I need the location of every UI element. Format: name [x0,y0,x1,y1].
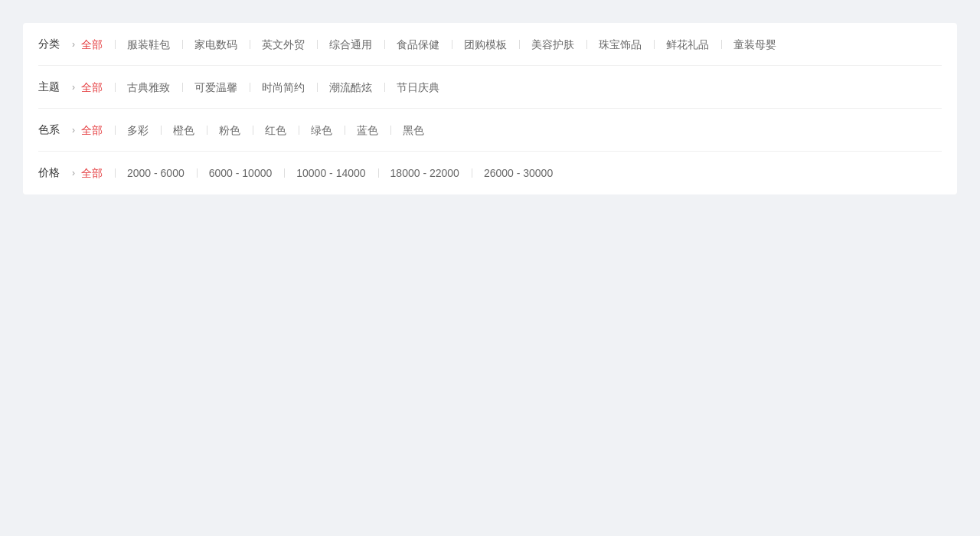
filter-arrow-theme: › [66,82,81,93]
filter-item-color-7[interactable]: 黑色 [390,125,436,136]
filter-item-theme-2[interactable]: 可爱温馨 [182,82,250,93]
filter-item-theme-4[interactable]: 潮流酷炫 [317,82,384,93]
filter-item-category-6[interactable]: 团购模板 [452,39,519,50]
filter-item-color-2[interactable]: 橙色 [161,125,207,136]
filter-item-color-0[interactable]: 全部 [81,125,115,136]
filter-label-theme: 主题 [38,80,66,94]
filter-row-theme: 主题›全部古典雅致可爱温馨时尚简约潮流酷炫节日庆典 [38,66,942,109]
filter-item-category-9[interactable]: 鲜花礼品 [654,39,721,50]
filter-label-color: 色系 [38,123,66,137]
filter-item-color-1[interactable]: 多彩 [115,125,161,136]
filter-arrow-price: › [66,168,81,178]
filter-item-category-2[interactable]: 家电数码 [182,39,250,50]
filter-row-price: 价格›全部2000 - 60006000 - 1000010000 - 1400… [38,152,942,194]
filter-label-price: 价格 [38,166,66,180]
filter-items-category: 全部服装鞋包家电数码英文外贸综合通用食品保健团购模板美容护肤珠宝饰品鲜花礼品童装… [81,39,942,50]
filter-item-theme-5[interactable]: 节日庆典 [384,82,452,93]
filter-item-color-5[interactable]: 绿色 [299,125,345,136]
filter-item-price-2[interactable]: 6000 - 10000 [197,168,285,178]
filter-item-category-3[interactable]: 英文外贸 [250,39,317,50]
filter-items-theme: 全部古典雅致可爱温馨时尚简约潮流酷炫节日庆典 [81,82,942,93]
filter-item-theme-1[interactable]: 古典雅致 [115,82,182,93]
filter-item-category-7[interactable]: 美容护肤 [519,39,586,50]
filter-row-color: 色系›全部多彩橙色粉色红色绿色蓝色黑色 [38,109,942,152]
main-container: 分类›全部服装鞋包家电数码英文外贸综合通用食品保健团购模板美容护肤珠宝饰品鲜花礼… [0,0,980,217]
filter-item-category-5[interactable]: 食品保健 [384,39,452,50]
filter-arrow-color: › [66,125,81,136]
filter-item-category-0[interactable]: 全部 [81,39,115,50]
filter-item-price-1[interactable]: 2000 - 6000 [115,168,197,178]
filter-item-color-4[interactable]: 红色 [253,125,299,136]
filter-box: 分类›全部服装鞋包家电数码英文外贸综合通用食品保健团购模板美容护肤珠宝饰品鲜花礼… [23,23,957,194]
filter-item-theme-0[interactable]: 全部 [81,82,115,93]
filter-item-category-1[interactable]: 服装鞋包 [115,39,182,50]
filter-item-price-3[interactable]: 10000 - 14000 [284,168,377,178]
filter-arrow-category: › [66,39,81,50]
filter-item-category-8[interactable]: 珠宝饰品 [586,39,654,50]
filter-item-price-5[interactable]: 26000 - 30000 [472,168,565,178]
filter-items-color: 全部多彩橙色粉色红色绿色蓝色黑色 [81,125,942,136]
filter-items-price: 全部2000 - 60006000 - 1000010000 - 1400018… [81,168,942,178]
filter-item-theme-3[interactable]: 时尚简约 [250,82,317,93]
filter-item-color-3[interactable]: 粉色 [207,125,253,136]
filter-row-category: 分类›全部服装鞋包家电数码英文外贸综合通用食品保健团购模板美容护肤珠宝饰品鲜花礼… [38,23,942,66]
filter-label-category: 分类 [38,38,66,51]
filter-item-price-0[interactable]: 全部 [81,168,115,178]
filter-item-category-10[interactable]: 童装母婴 [721,39,789,50]
filter-item-price-4[interactable]: 18000 - 22000 [378,168,472,178]
filter-item-category-4[interactable]: 综合通用 [317,39,384,50]
filter-item-color-6[interactable]: 蓝色 [345,125,390,136]
